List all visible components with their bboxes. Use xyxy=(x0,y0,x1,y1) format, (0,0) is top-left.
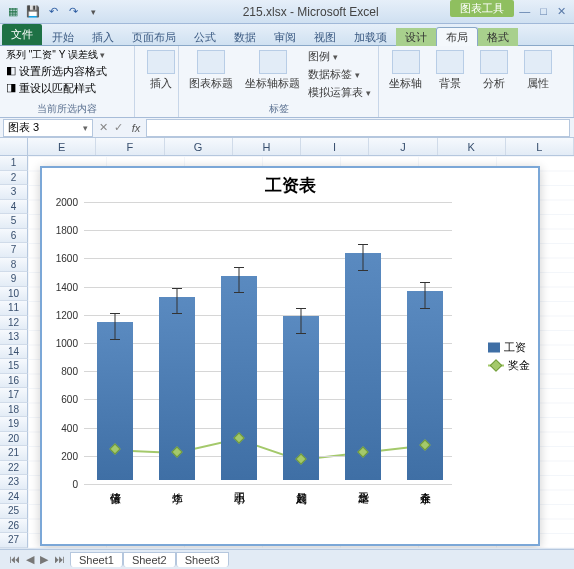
sheet-tab[interactable]: Sheet2 xyxy=(123,552,176,567)
col-header[interactable]: G xyxy=(165,138,233,155)
chart-title[interactable]: 工资表 xyxy=(42,168,538,201)
col-header[interactable]: L xyxy=(506,138,574,155)
error-bar[interactable] xyxy=(115,313,116,338)
legend-button[interactable]: 图例 xyxy=(308,48,371,65)
tab-公式[interactable]: 公式 xyxy=(185,28,225,46)
reset-style-icon: ◨ xyxy=(6,81,16,96)
row-header[interactable]: 25 xyxy=(0,504,28,519)
chart-legend[interactable]: 工资 奖金 xyxy=(488,337,530,376)
error-cap xyxy=(234,292,244,293)
axis-title-button[interactable]: 坐标轴标题 xyxy=(241,48,304,93)
row-header[interactable]: 6 xyxy=(0,229,28,244)
formula-input[interactable] xyxy=(146,119,570,137)
col-header[interactable]: I xyxy=(301,138,369,155)
col-header[interactable]: E xyxy=(28,138,96,155)
y-tick: 0 xyxy=(72,479,78,490)
line-series[interactable] xyxy=(84,202,452,481)
error-bar[interactable] xyxy=(301,308,302,333)
gridline xyxy=(84,287,452,288)
row-header[interactable]: 23 xyxy=(0,475,28,490)
col-header[interactable]: H xyxy=(233,138,301,155)
col-header[interactable]: K xyxy=(438,138,506,155)
error-bar[interactable] xyxy=(425,282,426,307)
embedded-chart[interactable]: 工资表 020040060080010001200140016001800200… xyxy=(40,166,540,546)
row-header[interactable]: 16 xyxy=(0,374,28,389)
maximize-button[interactable]: □ xyxy=(540,5,547,18)
cancel-icon[interactable]: ✕ xyxy=(96,121,111,134)
row-header[interactable]: 2 xyxy=(0,171,28,186)
row-header[interactable]: 22 xyxy=(0,461,28,476)
sheet-tab[interactable]: Sheet3 xyxy=(176,552,229,567)
tab-审阅[interactable]: 审阅 xyxy=(265,28,305,46)
sheet-nav[interactable]: ⏭ xyxy=(51,553,68,565)
data-table-button[interactable]: 模拟运算表 xyxy=(308,84,371,101)
analysis-button[interactable]: 分析 xyxy=(474,48,514,93)
col-header[interactable]: J xyxy=(369,138,437,155)
row-header[interactable]: 4 xyxy=(0,200,28,215)
undo-icon[interactable]: ↶ xyxy=(44,3,62,21)
row-header[interactable]: 27 xyxy=(0,533,28,548)
tab-布局[interactable]: 布局 xyxy=(436,27,478,46)
row-header[interactable]: 18 xyxy=(0,403,28,418)
fx-button[interactable]: fx xyxy=(126,122,146,134)
row-header[interactable]: 15 xyxy=(0,359,28,374)
name-box[interactable]: 图表 3▾ xyxy=(3,119,93,137)
sheet-nav[interactable]: ◀ xyxy=(23,553,37,565)
bar[interactable] xyxy=(407,291,443,480)
format-selection-button[interactable]: 设置所选内容格式 xyxy=(19,64,107,79)
bar[interactable] xyxy=(221,276,257,480)
error-bar[interactable] xyxy=(363,244,364,269)
row-header[interactable]: 14 xyxy=(0,345,28,360)
row-header[interactable]: 5 xyxy=(0,214,28,229)
row-header[interactable]: 26 xyxy=(0,519,28,534)
minimize-button[interactable]: — xyxy=(519,5,530,18)
tab-file[interactable]: 文件 xyxy=(2,24,42,45)
qat-dropdown[interactable]: ▾ xyxy=(84,3,102,21)
tab-开始[interactable]: 开始 xyxy=(43,28,83,46)
x-tick-label: 王小明 xyxy=(232,484,247,534)
bar[interactable] xyxy=(97,322,133,480)
row-header[interactable]: 13 xyxy=(0,330,28,345)
tab-插入[interactable]: 插入 xyxy=(83,28,123,46)
col-header[interactable]: F xyxy=(96,138,164,155)
row-header[interactable]: 19 xyxy=(0,417,28,432)
reset-style-button[interactable]: 重设以匹配样式 xyxy=(19,81,96,96)
row-header[interactable]: 24 xyxy=(0,490,28,505)
error-bar[interactable] xyxy=(239,267,240,292)
close-button[interactable]: ✕ xyxy=(557,5,566,18)
insert-button[interactable]: 插入 xyxy=(141,48,181,93)
row-header[interactable]: 17 xyxy=(0,388,28,403)
tab-视图[interactable]: 视图 xyxy=(305,28,345,46)
error-bar[interactable] xyxy=(177,288,178,313)
chart-title-button[interactable]: 图表标题 xyxy=(185,48,237,93)
row-header[interactable]: 12 xyxy=(0,316,28,331)
select-all-corner[interactable] xyxy=(0,138,28,155)
data-labels-button[interactable]: 数据标签 xyxy=(308,66,371,83)
worksheet-grid[interactable]: EFGHIJKL 1234567891011121314151617181920… xyxy=(0,138,574,548)
row-header[interactable]: 10 xyxy=(0,287,28,302)
tab-页面布局[interactable]: 页面布局 xyxy=(123,28,185,46)
enter-icon[interactable]: ✓ xyxy=(111,121,126,134)
row-header[interactable]: 11 xyxy=(0,301,28,316)
row-header[interactable]: 8 xyxy=(0,258,28,273)
save-icon[interactable]: 💾 xyxy=(24,3,42,21)
series-selector[interactable]: 系列 "工资" Y 误差线 xyxy=(6,48,105,62)
row-header[interactable]: 7 xyxy=(0,243,28,258)
row-header[interactable]: 3 xyxy=(0,185,28,200)
row-header[interactable]: 9 xyxy=(0,272,28,287)
axes-button[interactable]: 坐标轴 xyxy=(385,48,426,93)
row-header[interactable]: 1 xyxy=(0,156,28,171)
tab-格式[interactable]: 格式 xyxy=(478,28,518,46)
sheet-tab[interactable]: Sheet1 xyxy=(70,552,123,567)
plot-area[interactable] xyxy=(84,202,452,480)
row-header[interactable]: 20 xyxy=(0,432,28,447)
tab-加载项[interactable]: 加载项 xyxy=(345,28,396,46)
tab-设计[interactable]: 设计 xyxy=(396,28,436,46)
sheet-nav[interactable]: ⏮ xyxy=(6,553,23,565)
row-header[interactable]: 21 xyxy=(0,446,28,461)
properties-button[interactable]: 属性 xyxy=(518,48,558,93)
redo-icon[interactable]: ↷ xyxy=(64,3,82,21)
tab-数据[interactable]: 数据 xyxy=(225,28,265,46)
background-button[interactable]: 背景 xyxy=(430,48,470,93)
sheet-nav[interactable]: ▶ xyxy=(37,553,51,565)
